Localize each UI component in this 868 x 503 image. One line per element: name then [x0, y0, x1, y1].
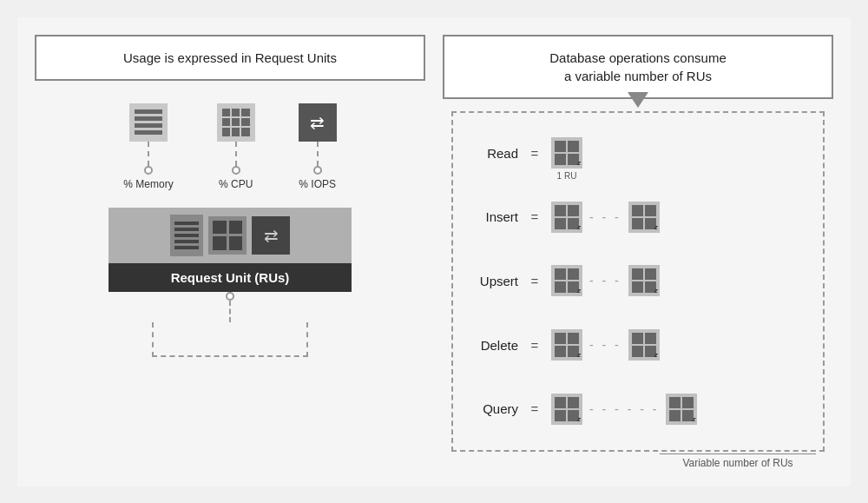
right-panel: Database operations consume a variable n…	[443, 35, 833, 469]
op-name-upsert: Upsert	[470, 274, 518, 288]
iops-dashed-line	[317, 142, 319, 166]
op-name-read: Read	[470, 146, 518, 161]
ru-label: Request Unit (RUs)	[108, 263, 352, 292]
op-row-query: Query = z - - - - - -	[470, 394, 806, 425]
right-header: Database operations consume a variable n…	[443, 35, 833, 99]
db-icon-delete-2: z	[628, 329, 660, 361]
cpu-dot	[232, 166, 240, 175]
op-eq-delete: =	[529, 338, 541, 353]
op-row-delete: Delete = z - - -	[470, 329, 806, 361]
ru-box-inner: ⇄	[108, 208, 352, 263]
op-name-delete: Delete	[470, 338, 518, 353]
db-icon-insert-2: z	[628, 202, 660, 233]
ru-box-wrapper: ⇄ Request Unit (RUs)	[108, 208, 352, 357]
op-icons-query: z - - - - - - z	[551, 394, 697, 425]
op-name-insert: Insert	[470, 209, 518, 224]
variable-brace-line	[660, 453, 816, 454]
op-icons-upsert: z - - - z	[551, 265, 660, 296]
ru-transfer-icon: ⇄	[252, 216, 290, 255]
db-icon-query-2: z	[666, 394, 697, 425]
iops-icon: ⇄	[299, 103, 337, 142]
left-header-text: Usage is expressed in Request Units	[123, 50, 337, 65]
top-icons-row: % Memory	[123, 103, 336, 190]
left-panel: Usage is expressed in Request Units % Me…	[35, 35, 425, 469]
ru-1-label: 1 RU	[557, 171, 577, 181]
cpu-label: % CPU	[219, 178, 253, 190]
icon-col-memory: % Memory	[123, 103, 173, 190]
op-dashes-upsert: - - -	[589, 274, 621, 288]
iops-dot	[313, 166, 322, 175]
right-header-line2: a variable number of RUs	[564, 69, 712, 83]
ru-storage-icon	[170, 215, 203, 256]
op-icons-read: z 1 RU	[551, 137, 582, 169]
main-container: Usage is expressed in Request Units % Me…	[17, 17, 851, 486]
op-row-insert: Insert = z - - -	[470, 202, 806, 233]
variable-label-container: Variable number of RUs	[451, 453, 825, 469]
db-icon-delete-1: z	[551, 329, 582, 361]
cpu-dashed-line	[235, 142, 237, 166]
op-eq-upsert: =	[529, 274, 541, 288]
diagram-area: % Memory	[35, 95, 425, 469]
db-icon-query-1: z	[551, 394, 582, 425]
db-icon-read-1: z 1 RU	[551, 137, 582, 169]
iops-label: % IOPS	[299, 178, 336, 190]
db-icon-upsert-2: z	[628, 265, 660, 296]
left-header: Usage is expressed in Request Units	[35, 35, 425, 81]
memory-dot	[144, 166, 153, 175]
op-eq-insert: =	[529, 209, 541, 224]
icon-col-cpu: % CPU	[217, 103, 255, 190]
op-dashes-delete: - - -	[589, 338, 621, 352]
op-name-query: Query	[470, 401, 518, 416]
db-icon-upsert-1: z	[551, 265, 582, 296]
ops-container: Read = z 1 RU	[451, 111, 825, 452]
operations-area: Read = z 1 RU	[443, 111, 833, 469]
op-dashes-insert: - - -	[589, 210, 621, 224]
op-icons-insert: z - - - z	[551, 202, 660, 233]
cpu-icon	[217, 103, 255, 142]
op-row-upsert: Upsert = z - - -	[470, 265, 806, 296]
variable-brace: Variable number of RUs	[660, 453, 816, 469]
ru-grid-icon	[208, 216, 247, 255]
db-icon-insert-1: z	[551, 202, 582, 233]
icon-col-iops: ⇄ % IOPS	[299, 103, 337, 190]
ops-top-arrow	[628, 92, 648, 108]
op-dashes-query: - - - - - -	[589, 402, 659, 416]
op-eq-query: =	[529, 401, 541, 416]
op-row-read: Read = z 1 RU	[470, 137, 806, 169]
ru-bottom-connector	[108, 292, 352, 357]
variable-label: Variable number of RUs	[682, 457, 792, 469]
memory-label: % Memory	[123, 178, 173, 190]
memory-icon	[129, 103, 168, 142]
memory-dashed-line	[148, 142, 149, 166]
op-eq-read: =	[529, 146, 541, 161]
right-header-line1: Database operations consume	[549, 50, 726, 65]
op-icons-delete: z - - - z	[551, 329, 660, 361]
